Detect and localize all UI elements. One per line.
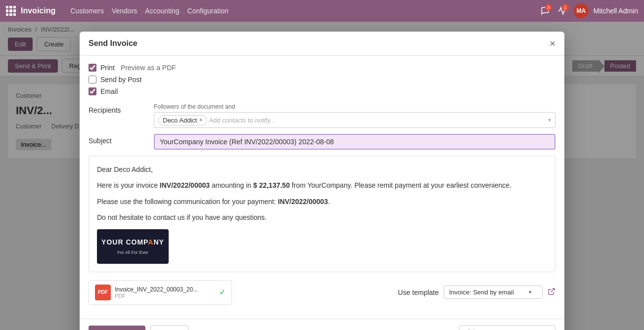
recipients-hint: Followers of the document and (154, 103, 555, 110)
message-badge: 3 (545, 4, 552, 11)
recipients-label: Recipients (89, 103, 148, 114)
nav-accounting[interactable]: Accounting (145, 7, 179, 15)
recipients-placeholder: Add contacts to notify... (209, 117, 275, 124)
subject-row: Subject (89, 134, 555, 150)
top-nav: Customers Vendors Accounting Configurati… (70, 7, 229, 15)
attachment-name: Invoice_INV_2022_00003_20... (115, 286, 215, 293)
nav-vendors[interactable]: Vendors (112, 7, 137, 15)
recipient-tag-deco-addict: Deco Addict × (158, 115, 207, 125)
template-section: Use template Invoice: Send by email Invo… (398, 286, 555, 299)
pdf-icon: PDF (95, 285, 111, 300)
subject-control (154, 134, 555, 150)
attachment-check-icon: ✓ (219, 288, 226, 297)
subject-input[interactable] (154, 134, 555, 150)
external-link-icon[interactable] (548, 288, 555, 297)
activity-badge: 1 (562, 4, 569, 11)
nav-configuration[interactable]: Configuration (187, 7, 229, 15)
options-section: Print Preview as a PDF Send by Post Emai… (89, 64, 555, 95)
notification-icons: 3 1 (538, 4, 569, 18)
subject-label: Subject (89, 134, 148, 145)
tag-remove[interactable]: × (199, 117, 202, 124)
email-checkbox[interactable] (89, 87, 96, 95)
nav-customers[interactable]: Customers (70, 7, 104, 15)
modal-footer: Send & Print Cancel 💾 Save as new templa… (80, 319, 564, 330)
main-area: Invoices / INV/2022/... Edit Create Send… (0, 22, 644, 330)
template-label: Use template (398, 289, 439, 296)
template-select-wrap: Invoice: Send by email Invoice: Send by … (444, 286, 543, 299)
bottom-row: PDF Invoice_INV_2022_00003_20... PDF ✓ U… (89, 280, 555, 305)
modal-title: Send Invoice (89, 39, 138, 48)
app-title: Invoicing (21, 6, 55, 15)
print-checkbox[interactable] (89, 64, 96, 72)
save-template-button[interactable]: 💾 Save as new template (459, 325, 555, 330)
user-name[interactable]: Mitchell Admin (594, 7, 638, 15)
template-select[interactable]: Invoice: Send by email Invoice: Send by … (444, 286, 543, 299)
attachment-info: Invoice_INV_2022_00003_20... PDF (115, 286, 215, 299)
email-greeting: Dear Deco Addict, (97, 164, 547, 175)
email-invoice-line: Here is your invoice INV/2022/00003 amou… (97, 180, 547, 191)
print-sub: Preview as a PDF (121, 64, 176, 72)
modal-close-button[interactable]: × (550, 39, 555, 48)
attachment: PDF Invoice_INV_2022_00003_20... PDF ✓ (89, 280, 232, 305)
attachment-type: PDF (115, 293, 215, 299)
email-label: Email (100, 87, 118, 95)
option-post: Send by Post (89, 76, 555, 83)
company-logo: YOUR COMPANY For All For Ever (97, 229, 169, 264)
topbar: Invoicing Customers Vendors Accounting C… (0, 0, 644, 22)
logo-orange-letter: A (148, 238, 153, 246)
activity-icon-badge[interactable]: 1 (555, 4, 569, 18)
recipients-input[interactable]: Deco Addict × Add contacts to notify... … (154, 112, 555, 128)
modal-scroll-area[interactable]: Print Preview as a PDF Send by Post Emai… (80, 56, 564, 319)
topbar-right: 3 1 MA Mitchell Admin (538, 3, 638, 18)
recipients-control: Followers of the document and Deco Addic… (154, 103, 555, 128)
company-logo-sub: For All For Ever (117, 249, 148, 256)
topbar-left: Invoicing Customers Vendors Accounting C… (6, 6, 229, 16)
invoice-ref: INV/2022/00003 (160, 181, 210, 189)
cancel-button[interactable]: Cancel (150, 325, 189, 330)
modal-overlay: Send Invoice × Print Preview as a PDF Se… (0, 22, 644, 330)
payment-ref: INV/2022/00003 (278, 198, 328, 206)
post-checkbox[interactable] (89, 76, 96, 83)
recipients-dropdown-icon[interactable]: ▾ (548, 117, 551, 124)
invoice-amount: $ 22,137.50 (253, 181, 290, 189)
email-body[interactable]: Dear Deco Addict, Here is your invoice I… (89, 156, 555, 272)
svg-line-0 (551, 289, 554, 292)
message-icon-badge[interactable]: 3 (538, 4, 552, 18)
tag-label: Deco Addict (163, 117, 197, 124)
print-label: Print (100, 64, 115, 72)
send-invoice-modal: Send Invoice × Print Preview as a PDF Se… (80, 32, 564, 330)
post-label: Send by Post (100, 76, 141, 83)
company-logo-text: YOUR COMPANY (101, 237, 164, 248)
modal-header: Send Invoice × (80, 32, 564, 56)
recipients-row: Recipients Followers of the document and… (89, 103, 555, 128)
send-print-modal-button[interactable]: Send & Print (89, 326, 145, 330)
email-contact-line: Do not hesitate to contact us if you hav… (97, 212, 547, 223)
email-communication-line: Please use the following communication f… (97, 196, 547, 207)
option-email: Email (89, 87, 555, 95)
apps-icon[interactable] (6, 6, 16, 16)
avatar[interactable]: MA (574, 3, 589, 18)
option-print: Print Preview as a PDF (89, 64, 555, 72)
